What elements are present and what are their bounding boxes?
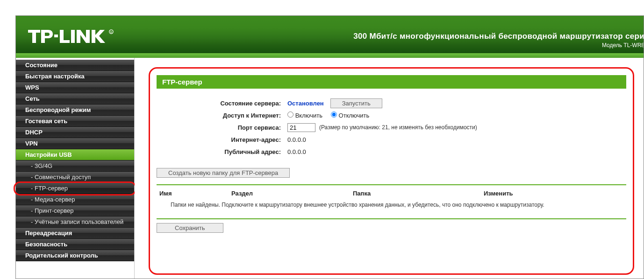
sidebar-item-network[interactable]: Сеть: [16, 93, 134, 105]
radio-disable[interactable]: [331, 112, 337, 118]
sidebar-item-quick-setup[interactable]: Быстрая настройка: [16, 71, 134, 82]
service-port-input[interactable]: [287, 123, 315, 132]
header-subtitle: Модель TL-WR8: [602, 42, 644, 49]
internet-access-label: Доступ к Интернет:: [157, 112, 287, 119]
body: Состояние Быстрая настройка WPS Сеть Бес…: [16, 58, 644, 279]
sidebar-item-security[interactable]: Безопасность: [16, 239, 134, 250]
server-status-label: Состояние сервера:: [157, 100, 287, 107]
svg-rect-0: [54, 35, 58, 37]
sidebar-item-media[interactable]: - Медиа-сервер: [16, 194, 134, 205]
header-accent-bar: [16, 53, 644, 58]
sidebar-item-status[interactable]: Состояние: [16, 60, 134, 71]
sidebar-item-3g4g[interactable]: - 3G/4G: [16, 160, 134, 172]
sidebar-item-guest[interactable]: Гостевая сеть: [16, 116, 134, 127]
col-name: Имя: [157, 190, 231, 197]
service-port-label: Порт сервиса:: [157, 124, 287, 131]
panel-title: FTP-сервер: [157, 75, 626, 89]
header-title: 300 Мбит/с многофункциональный беспровод…: [353, 32, 644, 41]
svg-rect-1: [71, 30, 75, 43]
sidebar-item-vpn[interactable]: VPN: [16, 138, 134, 149]
divider-bottom: [157, 218, 626, 219]
service-port-hint: (Размер по умолчанию: 21, не изменять бе…: [319, 124, 477, 131]
header: R 300 Мбит/с многофункциональный беспров…: [16, 16, 644, 58]
sidebar-item-sharing[interactable]: - Совместный доступ: [16, 172, 134, 183]
new-folder-button[interactable]: Создать новую папку для FTP-сервера: [157, 168, 290, 178]
start-button[interactable]: Запустить: [330, 98, 382, 108]
content-panel: FTP-сервер Состояние сервера: Остановлен…: [149, 67, 634, 275]
sidebar-item-accounts[interactable]: - Учётные записи пользователей: [16, 216, 134, 228]
brand-logo: R: [28, 28, 122, 46]
content: FTP-сервер Состояние сервера: Остановлен…: [135, 58, 644, 279]
internet-address-value: 0.0.0.0: [287, 136, 306, 143]
app-window: R 300 Мбит/с многофункциональный беспров…: [15, 15, 644, 279]
save-button[interactable]: Сохранить: [157, 223, 223, 233]
server-status-value: Остановлен: [287, 100, 324, 107]
sidebar-item-usb[interactable]: Настройки USB: [16, 149, 134, 160]
sidebar-item-ftp[interactable]: - FTP-сервер: [16, 183, 134, 194]
sidebar-item-wireless[interactable]: Беспроводной режим: [16, 105, 134, 116]
table-empty-message: Папки не найдены. Подключите к маршрутиз…: [157, 198, 626, 212]
radio-enable-wrap[interactable]: Включить: [287, 112, 322, 119]
divider-top: [157, 184, 626, 185]
sidebar: Состояние Быстрая настройка WPS Сеть Бес…: [16, 58, 135, 279]
sidebar-item-print[interactable]: - Принт-сервер: [16, 205, 134, 216]
sidebar-item-parental[interactable]: Родительский контроль: [16, 250, 134, 261]
sidebar-item-dhcp[interactable]: DHCP: [16, 127, 134, 138]
col-folder: Папка: [353, 190, 484, 197]
public-address-label: Публичный адрес:: [157, 148, 287, 155]
radio-enable-label: Включить: [295, 112, 322, 119]
radio-enable[interactable]: [287, 112, 293, 118]
sidebar-item-wps[interactable]: WPS: [16, 82, 134, 93]
form-area: Состояние сервера: Остановлен Запустить …: [157, 89, 626, 233]
public-address-value: 0.0.0.0: [287, 148, 306, 155]
radio-disable-wrap[interactable]: Отключить: [331, 112, 369, 119]
table-header: Имя Раздел Папка Изменить: [157, 189, 626, 198]
svg-text:R: R: [110, 31, 113, 34]
tplink-logo-icon: R: [28, 28, 122, 46]
sidebar-item-forwarding[interactable]: Переадресация: [16, 228, 134, 239]
internet-address-label: Интернет-адрес:: [157, 136, 287, 143]
col-part: Раздел: [231, 190, 353, 197]
radio-disable-label: Отключить: [339, 112, 370, 119]
col-change: Изменить: [484, 190, 558, 197]
